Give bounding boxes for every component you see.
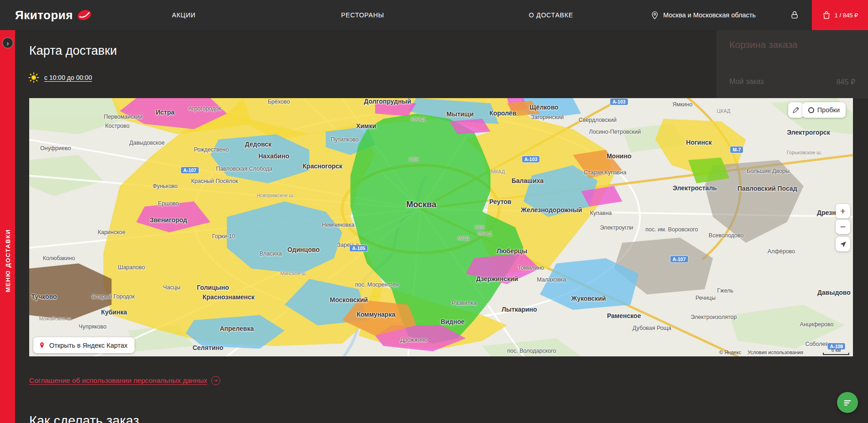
map-city-label: Купавна xyxy=(590,210,612,216)
map-city-label: Москва xyxy=(406,200,437,209)
map-scale: 6 км xyxy=(823,347,849,355)
map-scale-label: 6 км xyxy=(832,347,841,353)
map-city-label: Онуфриево xyxy=(40,145,71,151)
cart-panel-order-label: Мой заказ xyxy=(729,78,764,86)
location-selector[interactable]: Москва и Московская область xyxy=(650,0,756,30)
page-title: Карта доставки xyxy=(29,44,117,58)
terms-of-use-link[interactable]: Условия использования xyxy=(748,350,803,355)
nav-item-promotions[interactable]: АКЦИИ xyxy=(172,0,196,30)
map-city-label: Колюбакино xyxy=(43,255,75,261)
working-hours: с 10:00 до 00:00 xyxy=(28,71,92,84)
map-city-label: Краснознаменск xyxy=(203,293,255,301)
map-city-label: Лыткарино xyxy=(502,306,537,313)
map-city-label: Дрожжино xyxy=(400,337,427,343)
map-city-label: Мытищи xyxy=(447,110,474,118)
map-road-label: МКАД xyxy=(411,116,425,122)
map-city-label: Павловская Слобода xyxy=(216,166,272,172)
open-in-yandex-label: Открыть в Яндекс Картах xyxy=(49,342,128,349)
map-city-label: Истра xyxy=(156,109,174,116)
map-city-label: Электроизолятор xyxy=(691,314,737,320)
road-number-badge: А-107 xyxy=(181,167,199,173)
traffic-toggle-button[interactable]: Пробки xyxy=(802,102,846,118)
map-road-label: СВХ xyxy=(409,157,419,162)
zoom-out-button[interactable]: − xyxy=(836,219,850,234)
map-city-label: Павловский Посад xyxy=(738,185,797,192)
nav-item-about-delivery[interactable]: О ДОСТАВКЕ xyxy=(529,0,573,30)
map-city-label: Дедовск xyxy=(245,141,271,148)
map-city-label: Давыдовское xyxy=(129,140,165,146)
map-city-label: Малаховка xyxy=(537,277,566,283)
map-city-label: Лосино-Петровский xyxy=(589,129,641,135)
map-city-label: Нахабино xyxy=(259,152,290,160)
road-number-badge: А-103 xyxy=(522,156,540,162)
map-city-label: Часцы xyxy=(163,284,181,291)
map-city-label: Железнодорожный xyxy=(521,206,582,214)
open-in-yandex-maps-button[interactable]: Открыть в Яндекс Картах xyxy=(33,337,135,353)
sidebar-toggle-button[interactable]: › xyxy=(2,37,13,48)
map-city-label: Фуньково xyxy=(152,183,177,189)
map-city-label: Давыдово xyxy=(817,289,851,296)
map-city-label: Электроугли xyxy=(600,225,633,231)
map-city-label: Королёв xyxy=(489,110,516,117)
road-number-badge: А-107 xyxy=(670,256,688,262)
geolocation-button[interactable] xyxy=(836,237,850,251)
map-road-label: МКАД xyxy=(491,169,505,174)
map-road-label: Новорижское ш. xyxy=(256,193,294,198)
map-city-label: Томилино xyxy=(518,265,544,271)
map-city-label: Апрелевка xyxy=(220,325,254,332)
map-city-label: Ногинск xyxy=(686,139,712,146)
zoom-in-button[interactable]: + xyxy=(836,204,850,219)
map-city-label: Первомайский xyxy=(104,114,143,120)
traffic-label: Пробки xyxy=(817,106,840,114)
map-city-label: Коммунарка xyxy=(357,311,395,318)
top-navigation-bar: Якитория АКЦИИ РЕСТОРАНЫ О ДОСТАВКЕ Моск… xyxy=(0,0,868,30)
map-city-label: Долгопрудный xyxy=(364,98,411,105)
sun-icon xyxy=(28,72,39,83)
personal-data-agreement-link[interactable]: Соглашение об использовании персональных… xyxy=(29,376,220,385)
map-city-label: Горки-10 xyxy=(212,233,235,240)
chevron-right-icon: › xyxy=(7,39,9,47)
map-city-label: Балашиха xyxy=(511,177,543,184)
map-city-label: Реутов xyxy=(489,198,511,205)
map-city-label: Старый Городок xyxy=(92,293,135,300)
location-arrow-icon xyxy=(839,240,847,248)
map-city-label: Брёхово xyxy=(268,99,290,105)
map-city-label: Химки xyxy=(356,122,376,130)
map-road-label: МКАД xyxy=(478,231,492,236)
map-road-label: ЦКАД xyxy=(717,108,731,114)
cart-panel-dimmed: Корзина заказа Мой заказ 845 ₽ xyxy=(717,30,868,99)
map-road-label: МСД xyxy=(458,235,469,241)
arrow-right-icon xyxy=(211,376,220,385)
map-city-label: Видное xyxy=(441,318,464,325)
map-city-label: Каринское xyxy=(98,229,125,235)
traffic-light-icon xyxy=(808,107,814,113)
working-hours-link[interactable]: с 10:00 до 00:00 xyxy=(44,74,92,81)
road-number-badge: А-103 xyxy=(610,99,628,105)
map-city-label: Красногорск xyxy=(302,162,342,170)
map-city-label: Загорянский xyxy=(531,114,564,120)
logo-mark-icon xyxy=(76,8,93,22)
logo[interactable]: Якитория xyxy=(15,0,93,30)
map-city-label: Дзержинский xyxy=(476,275,518,282)
account-lock-button[interactable] xyxy=(786,0,803,30)
map-city-label: Селятино xyxy=(192,344,223,351)
map-city-label: Щёлково xyxy=(530,104,558,111)
map-edit-button[interactable] xyxy=(788,102,804,118)
map-city-label: Анциферово xyxy=(800,321,834,328)
map-city-label: пос. им. Воровского xyxy=(645,226,698,233)
delivery-map[interactable]: МоскваДолгопрудныйБрёховоЩёлковоЯмкиноМы… xyxy=(29,98,853,356)
map-city-label: Раменское xyxy=(607,312,641,319)
map-city-label: Красный Посёлок xyxy=(191,178,238,184)
map-city-label: Старая Купавна xyxy=(584,169,626,176)
map-city-label: Кубинка xyxy=(101,308,127,316)
map-city-labels: МоскваДолгопрудныйБрёховоЩёлковоЯмкиноМы… xyxy=(29,98,853,356)
chat-lines-icon xyxy=(842,397,852,407)
map-pin-icon xyxy=(38,342,46,349)
delivery-menu-sidebar[interactable]: МЕНЮ ДОСТАВКИ xyxy=(0,30,15,423)
cart-button[interactable]: 1 / 845 ₽ xyxy=(812,0,868,30)
chat-widget-button[interactable] xyxy=(837,392,858,413)
map-road-label: СВХ xyxy=(475,225,485,230)
map-city-label: Соболево xyxy=(805,341,832,347)
nav-item-restaurants[interactable]: РЕСТОРАНЫ xyxy=(341,0,385,30)
map-city-label: Ямкино xyxy=(672,101,692,108)
